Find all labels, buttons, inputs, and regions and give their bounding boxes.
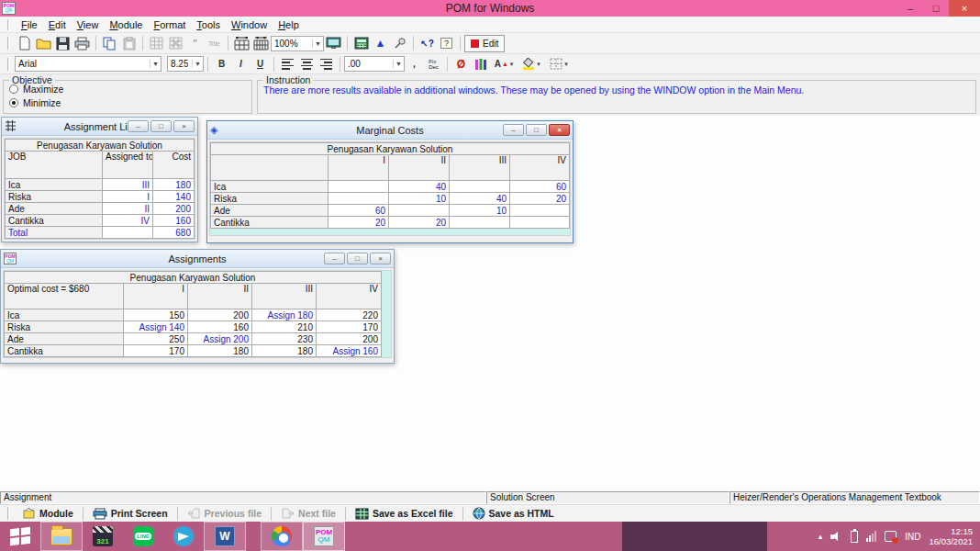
ditto-button[interactable]: " [185, 35, 205, 52]
assignment-list-minimize-button[interactable]: – [128, 120, 149, 132]
zoom-select[interactable]: 100% ▾ [271, 36, 324, 51]
app-maximize-button[interactable]: □ [923, 0, 949, 17]
volume-icon[interactable] [830, 532, 842, 542]
align-right-button[interactable] [317, 55, 336, 73]
align-left-icon [282, 59, 294, 70]
minimize-option[interactable]: Minimize [9, 97, 251, 108]
taskbar-word[interactable]: W [204, 522, 246, 551]
taskbar-telegram[interactable] [163, 522, 204, 551]
network-signal-icon[interactable] [866, 531, 876, 542]
number-format-select[interactable]: .00 ▾ [344, 56, 405, 72]
save-as-excel-button[interactable]: Save as Excel file [348, 506, 461, 522]
assignment-list-close-button[interactable]: × [173, 120, 195, 132]
assignment-list-titlebar[interactable]: Assignment List – □ × [2, 118, 197, 136]
full-screen-button[interactable] [324, 35, 343, 52]
menu-file[interactable]: File [16, 18, 43, 31]
battery-icon[interactable] [851, 531, 858, 543]
new-file-button[interactable] [15, 35, 34, 52]
paste-button[interactable] [119, 35, 139, 52]
cell: 160 [188, 321, 252, 333]
module-button[interactable]: Module [15, 506, 81, 522]
taskbar-pom-qm[interactable]: POMQM [303, 522, 345, 551]
color-scheme-button[interactable] [471, 55, 490, 73]
taskbar-media-player[interactable]: 321 [83, 522, 123, 551]
menu-tools[interactable]: Tools [191, 18, 226, 31]
title-tool-button[interactable]: Title [205, 35, 224, 52]
comma-button[interactable]: , [405, 55, 424, 73]
language-indicator[interactable]: IND [905, 532, 920, 542]
previous-file-button[interactable]: Previous file [180, 506, 269, 522]
cell [329, 181, 389, 193]
save-button[interactable] [53, 35, 72, 52]
borders-button[interactable]: ▾ [545, 55, 573, 73]
open-file-button[interactable] [34, 35, 53, 52]
minimize-radio[interactable] [9, 98, 18, 107]
menu-format[interactable]: Format [148, 18, 191, 31]
widen-columns-button[interactable] [232, 35, 251, 52]
fix-dec-button[interactable]: FixDec [424, 55, 443, 73]
font-family-select[interactable]: Arial ▾ [15, 56, 161, 72]
bold-button[interactable]: B [212, 55, 231, 73]
taskbar-chrome[interactable] [261, 522, 303, 551]
row-label: Ade [6, 203, 103, 215]
comma-icon: , [413, 59, 416, 69]
marginal-costs-close-button[interactable]: × [549, 124, 570, 136]
assignment-list-maximize-button[interactable]: □ [150, 120, 172, 132]
table-row: Cantikka 20 20 [211, 217, 570, 229]
step-button[interactable]: ▲ [371, 35, 390, 52]
action-center-icon[interactable] [885, 531, 896, 542]
delete-rows-button[interactable] [166, 35, 185, 52]
italic-button[interactable]: I [231, 55, 251, 73]
zero-toggle-button[interactable]: Ø [451, 55, 471, 73]
copy-button[interactable] [100, 35, 119, 52]
fill-color-button[interactable]: ▾ [518, 55, 545, 73]
taskbar-line[interactable]: LINE [123, 522, 163, 551]
taskbar-file-explorer[interactable] [40, 522, 83, 551]
module-icon [22, 508, 36, 520]
narrow-columns-button[interactable] [251, 35, 271, 52]
row-label: Riska [6, 191, 103, 203]
app-minimize-button[interactable]: – [897, 0, 923, 17]
menu-edit[interactable]: Edit [43, 18, 72, 31]
clock[interactable]: 12:15 16/03/2021 [929, 526, 973, 546]
date-text: 16/03/2021 [929, 536, 973, 546]
next-file-button[interactable]: Next file [273, 506, 343, 522]
underline-button[interactable]: U [251, 55, 270, 73]
menu-module[interactable]: Module [104, 18, 148, 31]
align-left-button[interactable] [278, 55, 297, 73]
maximize-radio[interactable] [9, 84, 18, 94]
help-button[interactable]: ? [437, 35, 456, 52]
menu-view[interactable]: View [72, 18, 105, 31]
assignments-maximize-button[interactable]: □ [347, 253, 368, 264]
marginal-costs-titlebar[interactable]: Marginal Costs ◈ – □ × [207, 121, 573, 140]
solution-subtitle: Penugasan Karyawan Solution [5, 272, 382, 284]
show-hidden-icons-button[interactable]: ▴ [819, 532, 823, 541]
font-color-button[interactable]: A ▲ ▾ [490, 55, 518, 73]
marginal-costs-minimize-button[interactable]: – [503, 124, 524, 136]
cell: 180 [188, 345, 252, 357]
app-titlebar[interactable]: POM QM POM for Windows – □ × [0, 0, 980, 17]
print-button[interactable] [72, 35, 92, 52]
menu-help[interactable]: Help [273, 18, 305, 31]
cell: 220 [317, 309, 382, 321]
font-size-select[interactable]: 8.25 ▾ [167, 56, 204, 72]
cell: 250 [124, 333, 188, 345]
number-format-value: .00 [348, 59, 361, 69]
menu-window[interactable]: Window [226, 18, 273, 31]
cell: 210 [252, 321, 317, 333]
print-screen-button[interactable]: Print Screen [85, 506, 175, 522]
insert-rows-button[interactable] [147, 35, 166, 52]
assignments-minimize-button[interactable]: – [324, 253, 345, 264]
solve-button[interactable] [351, 35, 371, 52]
printer-icon [93, 508, 107, 520]
assignments-titlebar[interactable]: Assignments POMQM – □ × [1, 250, 394, 268]
marginal-costs-maximize-button[interactable]: □ [526, 124, 547, 136]
assignments-close-button[interactable]: × [370, 253, 391, 264]
pin-button[interactable] [390, 35, 409, 52]
save-as-html-button[interactable]: Save as HTML [465, 506, 562, 522]
edit-button[interactable]: Edit [464, 35, 505, 52]
app-close-button[interactable]: × [949, 0, 980, 17]
context-help-button[interactable]: ↖? [418, 35, 437, 52]
align-center-button[interactable] [297, 55, 317, 73]
start-button[interactable] [0, 522, 40, 551]
